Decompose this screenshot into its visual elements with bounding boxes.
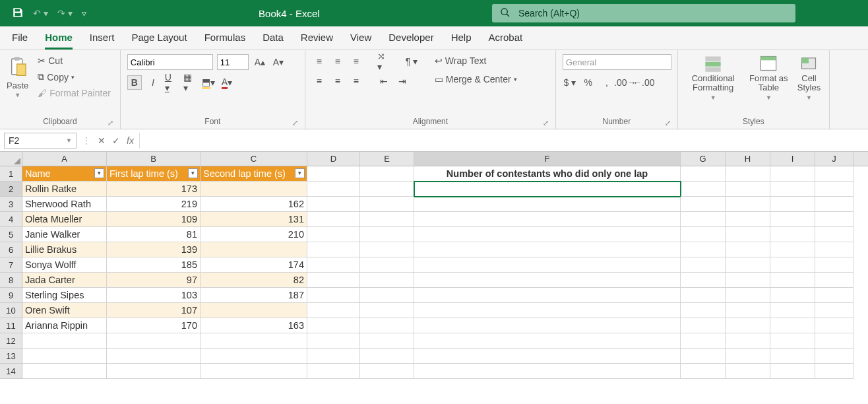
cell[interactable]: Arianna Rippin (22, 318, 107, 333)
cell[interactable] (726, 242, 770, 257)
cell[interactable]: Janie Walker (22, 227, 107, 242)
cell[interactable]: 131 (201, 212, 307, 227)
cell[interactable] (22, 333, 107, 349)
paste-button[interactable]: Paste ▼ (7, 54, 28, 98)
cell[interactable] (201, 349, 307, 364)
select-all-corner[interactable] (0, 152, 22, 166)
cell[interactable]: Sherwood Rath (22, 197, 107, 212)
cell[interactable] (770, 273, 815, 288)
conditional-formatting-button[interactable]: Conditional Formatting▼ (685, 54, 742, 101)
row-header[interactable]: 11 (0, 318, 22, 333)
borders-button[interactable]: ▦ ▾ (183, 75, 197, 90)
dialog-launcher-icon[interactable]: ⤢ (543, 119, 549, 127)
row-header[interactable]: 6 (0, 242, 22, 257)
cell[interactable] (770, 242, 815, 257)
cell[interactable] (307, 182, 360, 197)
font-size-select[interactable] (217, 54, 249, 70)
row-header[interactable]: 5 (0, 227, 22, 242)
enter-icon[interactable]: ✓ (112, 135, 120, 146)
undo-icon[interactable]: ↶ ▾ (33, 8, 48, 18)
cell[interactable] (414, 318, 681, 333)
cell[interactable] (726, 333, 770, 349)
tab-data[interactable]: Data (263, 32, 284, 50)
cell[interactable] (201, 303, 307, 318)
dialog-launcher-icon[interactable]: ⤢ (108, 119, 113, 127)
cell[interactable] (815, 257, 853, 273)
cell[interactable] (770, 349, 815, 364)
spreadsheet-grid[interactable]: A B C D E F G H I J 1NameFirst lap time … (0, 152, 868, 379)
cell[interactable]: 185 (107, 257, 201, 273)
row-header[interactable]: 2 (0, 182, 22, 197)
row-header[interactable]: 1 (0, 166, 22, 182)
filter-icon[interactable] (188, 168, 198, 178)
cell[interactable]: Oren Swift (22, 303, 107, 318)
cell[interactable] (681, 364, 726, 379)
italic-button[interactable]: I (146, 75, 160, 90)
align-bottom-icon[interactable]: ≡ (349, 54, 363, 69)
cell[interactable] (307, 197, 360, 212)
cell[interactable] (414, 182, 681, 197)
percent-icon[interactable]: % (581, 75, 596, 90)
wrap-text-button[interactable]: ↩Wrap Text (432, 54, 520, 67)
cell[interactable] (360, 303, 414, 318)
cell[interactable] (770, 197, 815, 212)
align-left-icon[interactable]: ≡ (312, 74, 326, 88)
cell[interactable] (681, 333, 726, 349)
cell[interactable] (770, 257, 815, 273)
cell[interactable] (307, 364, 360, 379)
cell[interactable] (681, 212, 726, 227)
cell[interactable] (815, 333, 853, 349)
row-header[interactable]: 13 (0, 349, 22, 364)
cell-styles-button[interactable]: Cell Styles▼ (795, 54, 822, 101)
cell[interactable]: Sonya Wolff (22, 257, 107, 273)
cell[interactable] (815, 303, 853, 318)
cell[interactable] (726, 182, 770, 197)
col-header[interactable]: E (360, 152, 414, 166)
cell[interactable] (307, 303, 360, 318)
cell[interactable] (307, 166, 360, 182)
cell[interactable] (681, 349, 726, 364)
align-middle-icon[interactable]: ≡ (330, 54, 345, 69)
cancel-icon[interactable]: ✕ (98, 135, 106, 146)
cell[interactable] (360, 257, 414, 273)
tab-acrobat[interactable]: Acrobat (489, 32, 523, 50)
tab-formulas[interactable]: Formulas (204, 32, 246, 50)
cell[interactable]: 170 (107, 318, 201, 333)
format-painter-button[interactable]: 🖌Format Painter (35, 86, 113, 100)
orientation-icon[interactable]: ⤭ ▾ (377, 54, 391, 69)
table-header[interactable]: First lap time (s) (107, 166, 201, 182)
cell[interactable] (815, 166, 853, 182)
cell[interactable]: Lillie Brakus (22, 242, 107, 257)
cell[interactable] (107, 349, 201, 364)
tab-developer[interactable]: Developer (388, 32, 433, 50)
table-header[interactable]: Name (22, 166, 107, 182)
dialog-launcher-icon[interactable]: ⤢ (665, 119, 671, 127)
underline-button[interactable]: U ▾ (164, 75, 179, 90)
cell[interactable] (360, 364, 414, 379)
cell[interactable] (726, 273, 770, 288)
increase-font-icon[interactable]: A▴ (253, 55, 267, 69)
cell[interactable] (770, 318, 815, 333)
row-header[interactable]: 9 (0, 288, 22, 303)
cell[interactable] (414, 333, 681, 349)
cell[interactable] (360, 242, 414, 257)
col-header[interactable]: C (201, 152, 307, 166)
cell[interactable]: 139 (107, 242, 201, 257)
cell[interactable] (815, 197, 853, 212)
cell[interactable]: 107 (107, 303, 201, 318)
cell[interactable] (770, 166, 815, 182)
cell[interactable] (201, 182, 307, 197)
cell[interactable] (360, 318, 414, 333)
cell[interactable] (770, 182, 815, 197)
cell[interactable] (107, 364, 201, 379)
expand-icon[interactable]: ⋮ (80, 135, 92, 146)
cell[interactable] (681, 288, 726, 303)
col-header[interactable]: G (681, 152, 726, 166)
cell[interactable] (360, 227, 414, 242)
tab-file[interactable]: File (12, 32, 28, 50)
cell[interactable] (307, 349, 360, 364)
row-header[interactable]: 3 (0, 197, 22, 212)
cell[interactable] (726, 288, 770, 303)
cut-button[interactable]: ✂Cut (35, 54, 113, 67)
fill-color-button[interactable]: ⬒ ▾ (201, 75, 216, 90)
